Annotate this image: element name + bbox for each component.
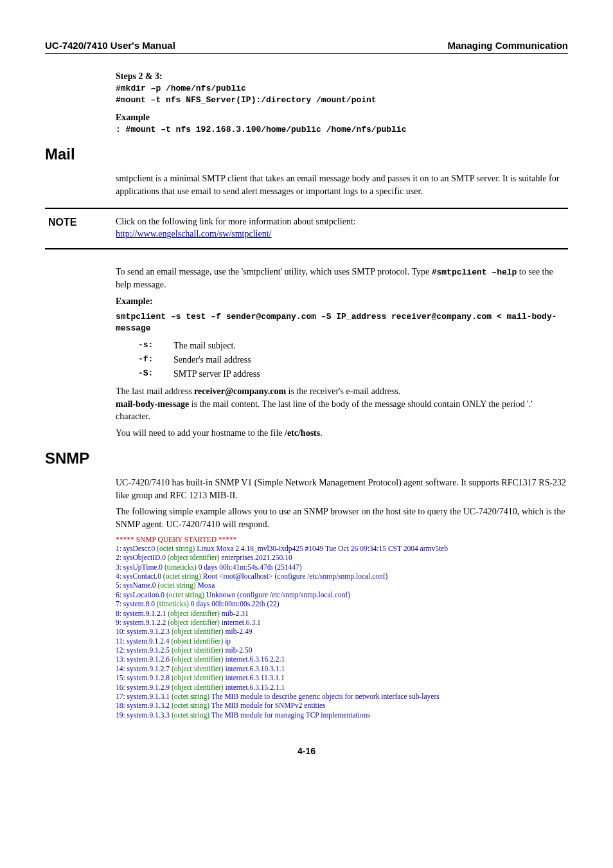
note-link[interactable]: http://www.engelschall.com/sw/smtpclient… <box>116 229 272 239</box>
mail-footer-text: The last mail address receiver@company.c… <box>116 385 568 439</box>
flag-key: -s: <box>138 339 173 352</box>
snmp-output: ***** SNMP QUERY STARTED *****1: sysDesc… <box>116 535 568 720</box>
mail-intro: smtpclient is a minimal SMTP client that… <box>116 172 568 197</box>
flag-desc: Sender's mail address <box>173 354 251 366</box>
mail-body: To send an email message, use the 'smtpc… <box>116 266 568 335</box>
flags-list: -s:The mail subject.-f:Sender's mail add… <box>45 339 568 380</box>
snmp-line: 7: system.8.0 (timeticks) 0 days 00h:00m… <box>116 599 568 608</box>
flag-row: -s:The mail subject. <box>138 339 568 352</box>
snmp-line: 14: system.9.1.2.7 (object identifier) i… <box>116 664 568 673</box>
note-label: NOTE <box>48 215 116 240</box>
snmp-line: ***** SNMP QUERY STARTED ***** <box>116 535 568 544</box>
note-box: NOTE Click on the following link for mor… <box>45 208 568 249</box>
note-body: Click on the following link for more inf… <box>116 215 565 240</box>
snmp-line: 15: system.9.1.2.8 (object identifier) i… <box>116 673 568 682</box>
snmp-line: 5: sysName.0 (octet string) Moxa <box>116 581 568 590</box>
header-left: UC-7420/7410 User's Manual <box>45 39 175 52</box>
snmp-line: 12: system.9.1.2.5 (object identifier) m… <box>116 646 568 655</box>
snmp-line: 16: system.9.1.2.9 (object identifier) i… <box>116 683 568 692</box>
flag-key: -S: <box>138 368 173 381</box>
mail-cmd: smtpclient –s test –f sender@company.com… <box>116 311 568 334</box>
snmp-line: 17: system.9.1.3.1 (octet string) The MI… <box>116 692 568 701</box>
page-number: 4-16 <box>45 745 568 758</box>
snmp-line: 11: system.9.1.2.4 (object identifier) i… <box>116 637 568 646</box>
mail-heading: Mail <box>45 143 568 165</box>
flag-row: -f:Sender's mail address <box>138 354 568 366</box>
mail-last1: The last mail address receiver@company.c… <box>116 385 568 423</box>
steps-title: Steps 2 & 3: <box>116 70 568 83</box>
snmp-line: 13: system.9.1.2.6 (object identifier) i… <box>116 655 568 664</box>
flag-desc: The mail subject. <box>173 339 236 352</box>
snmp-para2: The following simple example allows you … <box>116 505 568 530</box>
steps-block: Steps 2 & 3: #mkdir –p /home/nfs/public … <box>116 70 568 136</box>
snmp-heading: SNMP <box>45 448 568 469</box>
note-text: Click on the following link for more inf… <box>116 217 356 226</box>
snmp-line: 8: system.9.1.2.1 (object identifier) mi… <box>116 609 568 618</box>
header-right: Managing Communication <box>448 39 569 52</box>
snmp-line: 6: sysLocation.0 (octet string) Unknown … <box>116 590 568 599</box>
page-header: UC-7420/7410 User's Manual Managing Comm… <box>45 39 568 54</box>
steps-cmd2: #mount –t nfs NFS_Server(IP):/directory … <box>116 95 568 106</box>
snmp-line: 19: system.9.1.3.3 (octet string) The MI… <box>116 710 568 719</box>
example-cmd: : #mount –t nfs 192.168.3.100/home/publi… <box>116 124 568 136</box>
mail-para1: smtpclient is a minimal SMTP client that… <box>116 172 568 197</box>
snmp-line: 1: sysDescr.0 (octet string) Linux Moxa … <box>116 544 568 553</box>
snmp-line: 10: system.9.1.2.3 (object identifier) m… <box>116 627 568 636</box>
snmp-line: 9: system.9.1.2.2 (object identifier) in… <box>116 618 568 627</box>
snmp-line: 2: sysObjectID.0 (object identifier) ent… <box>116 553 568 562</box>
flag-desc: SMTP server IP address <box>173 368 260 381</box>
flag-row: -S:SMTP server IP address <box>138 368 568 381</box>
snmp-line: 3: sysUpTime.0 (timeticks) 0 days 00h:41… <box>116 563 568 572</box>
mail-para2: To send an email message, use the 'smtpc… <box>116 266 568 291</box>
snmp-line: 18: system.9.1.3.2 (octet string) The MI… <box>116 701 568 710</box>
snmp-line: 4: sysContact.0 (octet string) Root <roo… <box>116 572 568 581</box>
snmp-body: UC-7420/7410 has built-in SNMP V1 (Simpl… <box>116 476 568 719</box>
mail-example-label: Example: <box>116 295 568 308</box>
example-label: Example <box>116 111 568 124</box>
flag-key: -f: <box>138 354 173 366</box>
steps-cmd1: #mkdir –p /home/nfs/public <box>116 83 568 95</box>
mail-last3: You will need to add your hostname to th… <box>116 427 568 440</box>
snmp-para1: UC-7420/7410 has built-in SNMP V1 (Simpl… <box>116 476 568 502</box>
